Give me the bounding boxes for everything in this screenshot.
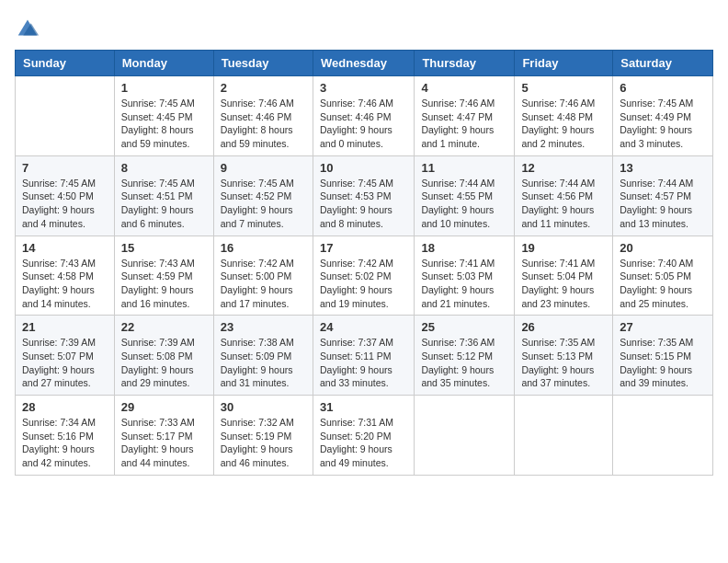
day-info: Sunrise: 7:38 AM Sunset: 5:09 PM Dayligh… [221,336,306,390]
calendar-cell: 25Sunrise: 7:36 AM Sunset: 5:12 PM Dayli… [415,316,515,396]
day-number: 9 [221,161,306,175]
day-info: Sunrise: 7:40 AM Sunset: 5:05 PM Dayligh… [620,257,706,311]
day-info: Sunrise: 7:45 AM Sunset: 4:53 PM Dayligh… [320,177,407,231]
calendar-cell [16,76,115,156]
day-header-wednesday: Wednesday [313,51,414,76]
day-number: 4 [421,81,507,95]
day-info: Sunrise: 7:33 AM Sunset: 5:17 PM Dayligh… [121,416,207,470]
day-info: Sunrise: 7:35 AM Sunset: 5:15 PM Dayligh… [620,336,706,390]
day-info: Sunrise: 7:44 AM Sunset: 4:57 PM Dayligh… [620,177,706,231]
day-number: 10 [320,161,407,175]
day-info: Sunrise: 7:45 AM Sunset: 4:45 PM Dayligh… [121,97,207,151]
day-info: Sunrise: 7:39 AM Sunset: 5:07 PM Dayligh… [22,336,108,390]
day-number: 31 [320,400,407,414]
day-info: Sunrise: 7:35 AM Sunset: 5:13 PM Dayligh… [521,336,606,390]
day-info: Sunrise: 7:34 AM Sunset: 5:16 PM Dayligh… [22,416,108,470]
day-number: 27 [620,320,706,334]
day-number: 14 [22,241,108,255]
day-info: Sunrise: 7:41 AM Sunset: 5:04 PM Dayligh… [521,257,606,311]
calendar-cell: 18Sunrise: 7:41 AM Sunset: 5:03 PM Dayli… [415,236,515,316]
day-info: Sunrise: 7:41 AM Sunset: 5:03 PM Dayligh… [421,257,507,311]
day-info: Sunrise: 7:46 AM Sunset: 4:46 PM Dayligh… [320,97,407,151]
day-number: 12 [521,161,606,175]
day-number: 29 [121,400,207,414]
day-info: Sunrise: 7:46 AM Sunset: 4:48 PM Dayligh… [521,97,606,151]
calendar-cell: 20Sunrise: 7:40 AM Sunset: 5:05 PM Dayli… [613,236,713,316]
calendar-cell: 9Sunrise: 7:45 AM Sunset: 4:52 PM Daylig… [213,155,313,236]
calendar-cell: 8Sunrise: 7:45 AM Sunset: 4:51 PM Daylig… [114,155,213,236]
calendar-cell: 24Sunrise: 7:37 AM Sunset: 5:11 PM Dayli… [313,316,414,396]
week-row-2: 7Sunrise: 7:45 AM Sunset: 4:50 PM Daylig… [16,155,713,236]
day-info: Sunrise: 7:37 AM Sunset: 5:11 PM Dayligh… [320,336,407,390]
calendar-cell: 13Sunrise: 7:44 AM Sunset: 4:57 PM Dayli… [613,155,713,236]
day-number: 18 [421,241,507,255]
calendar-cell: 1Sunrise: 7:45 AM Sunset: 4:45 PM Daylig… [114,76,213,156]
day-number: 15 [121,241,207,255]
day-number: 19 [521,241,606,255]
day-number: 8 [121,161,207,175]
calendar-cell: 6Sunrise: 7:45 AM Sunset: 4:49 PM Daylig… [613,76,713,156]
calendar-cell [515,396,613,476]
header-row: SundayMondayTuesdayWednesdayThursdayFrid… [16,51,713,76]
day-info: Sunrise: 7:43 AM Sunset: 4:59 PM Dayligh… [121,257,207,311]
day-number: 28 [22,400,108,414]
day-header-friday: Friday [515,51,613,76]
calendar-cell: 16Sunrise: 7:42 AM Sunset: 5:00 PM Dayli… [213,236,313,316]
calendar-cell: 28Sunrise: 7:34 AM Sunset: 5:16 PM Dayli… [16,396,115,476]
day-info: Sunrise: 7:45 AM Sunset: 4:50 PM Dayligh… [22,177,108,231]
day-header-saturday: Saturday [613,51,713,76]
calendar-cell: 7Sunrise: 7:45 AM Sunset: 4:50 PM Daylig… [16,155,115,236]
day-info: Sunrise: 7:46 AM Sunset: 4:46 PM Dayligh… [221,97,306,151]
calendar-cell: 3Sunrise: 7:46 AM Sunset: 4:46 PM Daylig… [313,76,414,156]
day-number: 3 [320,81,407,95]
day-header-thursday: Thursday [415,51,515,76]
day-info: Sunrise: 7:32 AM Sunset: 5:19 PM Dayligh… [221,416,306,470]
calendar-cell: 22Sunrise: 7:39 AM Sunset: 5:08 PM Dayli… [114,316,213,396]
day-info: Sunrise: 7:45 AM Sunset: 4:51 PM Dayligh… [121,177,207,231]
day-number: 16 [221,241,306,255]
day-number: 5 [521,81,606,95]
calendar-cell: 12Sunrise: 7:44 AM Sunset: 4:56 PM Dayli… [515,155,613,236]
day-info: Sunrise: 7:45 AM Sunset: 4:52 PM Dayligh… [221,177,306,231]
day-info: Sunrise: 7:42 AM Sunset: 5:02 PM Dayligh… [320,257,407,311]
day-number: 17 [320,241,407,255]
day-info: Sunrise: 7:42 AM Sunset: 5:00 PM Dayligh… [221,257,306,311]
week-row-5: 28Sunrise: 7:34 AM Sunset: 5:16 PM Dayli… [16,396,713,476]
calendar-cell [415,396,515,476]
logo-icon [15,15,40,40]
day-info: Sunrise: 7:46 AM Sunset: 4:47 PM Dayligh… [421,97,507,151]
calendar-cell: 10Sunrise: 7:45 AM Sunset: 4:53 PM Dayli… [313,155,414,236]
day-number: 30 [221,400,306,414]
calendar-table: SundayMondayTuesdayWednesdayThursdayFrid… [15,50,713,476]
day-number: 11 [421,161,507,175]
calendar-cell: 5Sunrise: 7:46 AM Sunset: 4:48 PM Daylig… [515,76,613,156]
day-info: Sunrise: 7:36 AM Sunset: 5:12 PM Dayligh… [421,336,507,390]
day-info: Sunrise: 7:44 AM Sunset: 4:55 PM Dayligh… [421,177,507,231]
calendar-cell: 14Sunrise: 7:43 AM Sunset: 4:58 PM Dayli… [16,236,115,316]
week-row-1: 1Sunrise: 7:45 AM Sunset: 4:45 PM Daylig… [16,76,713,156]
day-number: 22 [121,320,207,334]
week-row-4: 21Sunrise: 7:39 AM Sunset: 5:07 PM Dayli… [16,316,713,396]
day-number: 20 [620,241,706,255]
day-info: Sunrise: 7:31 AM Sunset: 5:20 PM Dayligh… [320,416,407,470]
calendar-cell: 2Sunrise: 7:46 AM Sunset: 4:46 PM Daylig… [213,76,313,156]
calendar-cell: 23Sunrise: 7:38 AM Sunset: 5:09 PM Dayli… [213,316,313,396]
calendar-cell: 15Sunrise: 7:43 AM Sunset: 4:59 PM Dayli… [114,236,213,316]
day-header-monday: Monday [114,51,213,76]
calendar-cell [613,396,713,476]
logo [15,15,44,40]
calendar-cell: 17Sunrise: 7:42 AM Sunset: 5:02 PM Dayli… [313,236,414,316]
day-number: 6 [620,81,706,95]
day-number: 23 [221,320,306,334]
day-number: 1 [121,81,207,95]
calendar-cell: 27Sunrise: 7:35 AM Sunset: 5:15 PM Dayli… [613,316,713,396]
calendar-cell: 11Sunrise: 7:44 AM Sunset: 4:55 PM Dayli… [415,155,515,236]
day-number: 25 [421,320,507,334]
day-header-tuesday: Tuesday [213,51,313,76]
day-number: 26 [521,320,606,334]
day-number: 24 [320,320,407,334]
day-number: 21 [22,320,108,334]
calendar-cell: 30Sunrise: 7:32 AM Sunset: 5:19 PM Dayli… [213,396,313,476]
week-row-3: 14Sunrise: 7:43 AM Sunset: 4:58 PM Dayli… [16,236,713,316]
day-number: 2 [221,81,306,95]
